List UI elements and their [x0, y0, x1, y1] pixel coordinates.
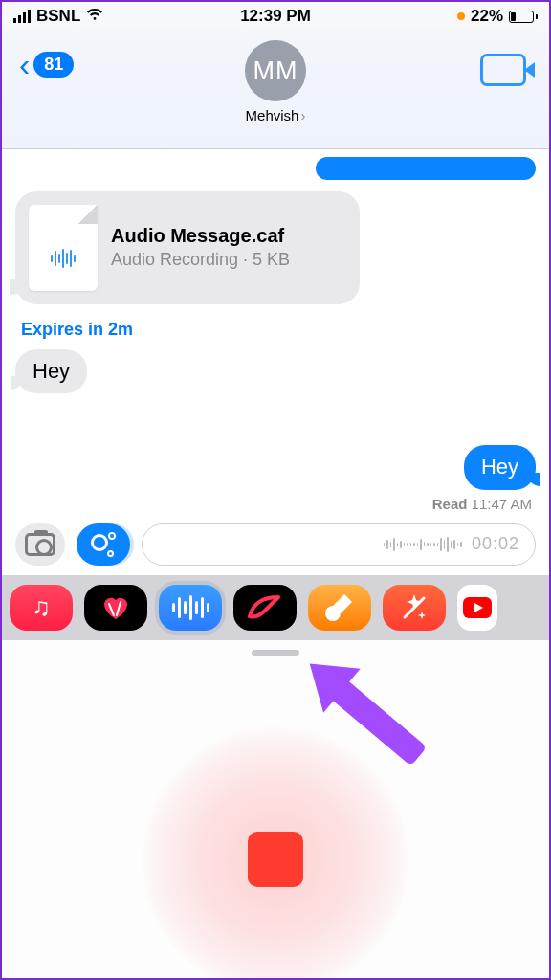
waveform-icon: document.write(Array.from({length:24},(_…	[384, 537, 462, 552]
chevron-right-icon: ›	[300, 107, 305, 123]
back-button[interactable]: ‹ 81	[19, 48, 74, 80]
read-label: Read	[432, 496, 468, 512]
contact-name-label: Mehvish	[246, 107, 299, 123]
message-input-row: document.write(Array.from({length:24},(_…	[2, 512, 549, 575]
incoming-message[interactable]: Hey	[15, 349, 87, 393]
battery-icon	[509, 11, 538, 23]
draw-app-button[interactable]	[233, 585, 297, 631]
avatar: MM	[245, 40, 306, 101]
audio-file-icon	[29, 205, 98, 291]
facetime-button[interactable]	[480, 46, 526, 86]
audio-attachment-bubble[interactable]: Audio Message.caf Audio Recording · 5 KB	[15, 191, 360, 304]
youtube-icon	[463, 597, 492, 618]
outgoing-message[interactable]: Hey	[464, 445, 536, 489]
status-bar: BSNL 12:39 PM 22%	[2, 2, 549, 31]
clock: 12:39 PM	[240, 7, 311, 26]
guitar-icon	[323, 592, 356, 623]
audio-recording-panel	[2, 640, 549, 980]
app-drawer-button[interactable]	[77, 523, 130, 566]
sent-message-partial[interactable]	[316, 157, 536, 180]
music-note-icon: ♫	[32, 592, 51, 622]
mic-indicator-icon	[457, 12, 465, 20]
brush-icon	[246, 593, 284, 622]
message-field-recording[interactable]: document.write(Array.from({length:24},(_…	[142, 523, 536, 566]
appstore-icon	[91, 532, 116, 557]
video-icon	[480, 54, 526, 86]
recording-timer: 00:02	[472, 534, 519, 554]
waveform-app-icon	[172, 595, 209, 620]
stop-recording-button[interactable]	[248, 832, 303, 887]
cell-signal-icon	[13, 10, 31, 23]
camera-icon	[25, 533, 55, 556]
youtube-app-button[interactable]	[457, 585, 497, 631]
read-receipt: Read 11:47 AM	[15, 496, 532, 512]
audio-file-desc: Audio Recording · 5 KB	[111, 249, 290, 271]
camera-button[interactable]	[15, 523, 65, 566]
digital-touch-button[interactable]	[84, 585, 147, 631]
battery-percent: 22%	[471, 7, 503, 26]
carrier-label: BSNL	[36, 7, 80, 26]
chevron-left-icon: ‹	[19, 48, 30, 80]
wifi-icon	[86, 7, 103, 26]
imessage-apps-strip[interactable]: ♫	[2, 575, 549, 640]
read-time: 11:47 AM	[472, 496, 532, 512]
audio-message-app-button[interactable]	[159, 585, 222, 631]
expires-label: Expires in 2m	[21, 320, 536, 340]
heart-icon	[99, 594, 132, 621]
music-app-button[interactable]: ♫	[10, 585, 73, 631]
conversation-header: ‹ 81 MM Mehvish ›	[2, 31, 549, 149]
contact-info[interactable]: MM Mehvish ›	[245, 40, 306, 123]
unread-badge: 81	[33, 52, 74, 78]
effects-app-button[interactable]	[383, 585, 446, 631]
audio-file-name: Audio Message.caf	[111, 225, 290, 247]
magic-wand-icon	[399, 592, 430, 623]
garageband-app-button[interactable]	[308, 585, 371, 631]
grab-handle[interactable]	[252, 650, 299, 656]
conversation-area[interactable]: Audio Message.caf Audio Recording · 5 KB…	[2, 149, 549, 512]
